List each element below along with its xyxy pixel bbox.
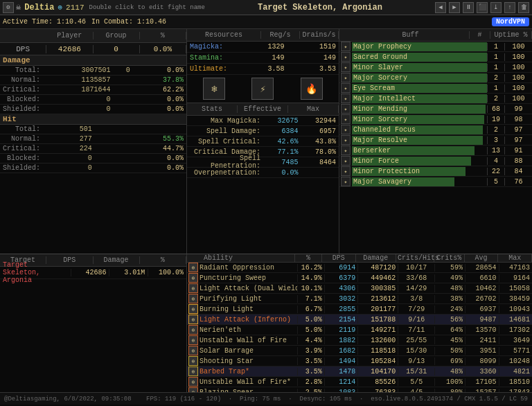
next-btn[interactable]: ▶	[449, 2, 460, 13]
effective-label: Effective	[238, 105, 288, 113]
buff-count: 5	[487, 178, 504, 186]
ability-max: 5771	[499, 347, 532, 355]
ability-crits: 80%	[434, 389, 465, 393]
target-data-row: Target Skeleton, Argonia 42686 3.01M 100…	[0, 267, 186, 279]
target-left: Target DPS Damage % Target Skeleton, Arg…	[0, 254, 187, 392]
buff-name: Sacred Ground	[353, 53, 407, 62]
stats-label: Stats	[187, 105, 238, 113]
prev-btn[interactable]: ◀	[435, 2, 446, 13]
record-btn[interactable]: ⬛	[477, 2, 488, 13]
pause-btn[interactable]: ⏸	[463, 2, 474, 13]
ability-avg: 13570	[465, 326, 498, 334]
settings-icon[interactable]: ⚙	[3, 2, 14, 13]
player-name: Deltia	[24, 3, 54, 12]
ability-dps-header: DPS	[322, 254, 356, 262]
magicka-label: Magicka:	[187, 43, 236, 51]
buffs-header: Buff # Uptime %	[339, 29, 532, 42]
ability-crithits: 25/55	[398, 337, 434, 344]
ability-max: 17302	[499, 326, 532, 334]
spell-pen-row: Spell Penetration: 7485 8464	[187, 157, 339, 168]
buff-row: ✦ Minor Slayer 1 100	[339, 62, 532, 73]
ability-dmg: 76283	[357, 389, 398, 393]
ability-crithits: 14/29	[398, 285, 434, 292]
ability-crithits: 7/29	[398, 306, 434, 313]
damage-normal-val: 1135857	[43, 76, 113, 85]
ability-crits: 69%	[434, 358, 465, 365]
buff-icon-cell: ✦	[339, 73, 352, 82]
buff-count: 1	[487, 64, 504, 71]
abilities-area: Ability % DPS Damage Crits/Hits Crits% A…	[187, 254, 532, 392]
ability-icon: ⊕	[188, 283, 198, 293]
damage-blocked-label: Blocked:	[0, 95, 43, 105]
active-time-label: Active Time: 1:10.46	[3, 18, 86, 26]
dps-val: 42686	[46, 45, 93, 53]
buff-icon: ✦	[341, 145, 351, 155]
ability-max: 38459	[499, 295, 532, 303]
ability-icon: ⊕	[188, 387, 198, 392]
ability-crithits: 15/31	[398, 368, 434, 376]
ability-icon-2[interactable]: ⚡	[251, 78, 274, 100]
buff-icon-cell: ✦	[339, 177, 352, 186]
upload-btn[interactable]: ↑	[504, 2, 515, 13]
damage-critical-row: Critical: 1871644 62.2%	[0, 85, 186, 95]
ability-dps: 6379	[324, 274, 357, 282]
buff-name: Minor Mending	[353, 105, 407, 114]
ability-crits-header: Crits%	[434, 254, 465, 262]
ability-icon: ⊕	[188, 367, 198, 376]
ability-row: ⊕ Solar Barrage 3.9% 1682 118518 15/30 5…	[187, 346, 532, 356]
buff-name: Eye Scream	[353, 84, 395, 93]
magicka-reg: 1329	[236, 43, 287, 51]
buff-row: ✦ Major Savagery 5 76	[339, 177, 532, 187]
save-btn[interactable]: ⤓	[490, 2, 502, 13]
ability-name: Light Attack (Dual Wield)	[200, 285, 297, 292]
buff-row: ✦ Berserker 13 91	[339, 145, 532, 156]
buff-uptime: 97	[504, 126, 532, 134]
ability-icon: ⊕	[188, 335, 198, 345]
delete-btn[interactable]: 🗑	[518, 2, 529, 13]
hit-stats-table: Total: 501 Normal: 277 55.3% Critical: 2…	[0, 125, 186, 173]
dps-pct: 0.0%	[140, 45, 186, 53]
ability-avg: 15257	[465, 389, 498, 393]
buff-count: 1	[487, 85, 504, 92]
ability-dmg: 85526	[357, 378, 398, 386]
ability-dmg: 149271	[357, 326, 398, 334]
buff-count: 3	[487, 136, 504, 144]
buff-bar-container: Channeled Focus	[352, 125, 487, 134]
ability-crits: 50%	[434, 347, 465, 355]
buff-uptime: 100	[504, 64, 532, 71]
magicka-drain: 1519	[287, 43, 339, 51]
dps-label: DPS	[0, 45, 46, 53]
ability-max: 9164	[499, 274, 532, 282]
hit-section-title: Hit	[0, 114, 186, 125]
ability-row: ⊕ Radiant Oppression 16.2% 6914 487120 1…	[187, 263, 532, 273]
buff-bar-container: Berserker	[352, 146, 487, 155]
buff-icon: ✦	[341, 52, 351, 62]
buff-bar-container: Major Intellect	[352, 94, 487, 103]
target-pct-val: 100.0%	[148, 269, 186, 276]
max-magicka-row: Max Magicka: 32675 32944	[187, 116, 339, 126]
ability-name: Radiant Oppression	[200, 264, 297, 272]
ability-row: ⊕ Shooting Star 3.5% 1494 105284 9/13 69…	[187, 356, 532, 367]
buff-row: ✦ Minor Sorcery 19 98	[339, 114, 532, 125]
damage-critical-val: 1871644	[43, 85, 113, 95]
buff-count: 2	[487, 74, 504, 82]
ability-name: Nerien'eth	[200, 326, 297, 334]
ability-crithits: 10/17	[398, 264, 434, 272]
overpen-row: Overpenetration: 0.0%	[187, 168, 339, 178]
ability-icon: ⊕	[188, 377, 198, 387]
ability-dps: 2855	[324, 306, 357, 313]
target-title: Target Skeleton, Argonian	[205, 3, 435, 12]
buff-bar-container: Minor Protection	[352, 167, 487, 176]
buff-icon: ✦	[341, 83, 351, 93]
ability-icon-1[interactable]: ❄	[203, 78, 225, 100]
ability-pct: 10.1%	[297, 285, 324, 292]
ability-name: Solar Barrage	[200, 347, 297, 355]
ability-max: 17843	[499, 389, 532, 393]
ability-dps: 1882	[324, 337, 357, 344]
buff-count: 2	[487, 126, 504, 134]
spell-critical-row: Spell Critical: 42.6% 43.8%	[187, 136, 339, 147]
ability-crithits: 5/5	[398, 378, 434, 386]
buff-row: ✦ Sacred Ground 1 100	[339, 52, 532, 62]
ability-dps: 1214	[324, 378, 357, 386]
ability-icon-3[interactable]: 🔥	[301, 78, 323, 100]
